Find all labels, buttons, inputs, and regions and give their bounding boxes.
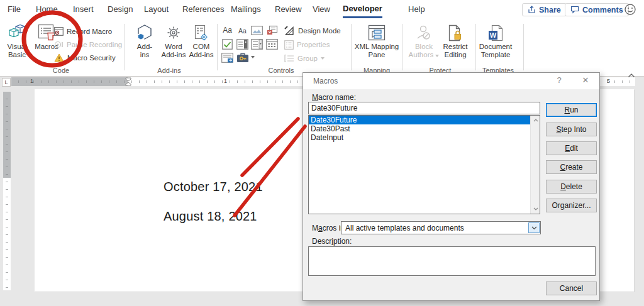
ruler-ticks <box>6 92 8 290</box>
repeating-section-content-control[interactable] <box>221 52 234 64</box>
ribbon-tab-bar: File Home Insert Design Layout Reference… <box>0 0 644 19</box>
picture-content-control[interactable] <box>250 24 264 36</box>
macro-list-scrollbar[interactable] <box>530 116 540 214</box>
dropdown-list-content-control[interactable] <box>250 38 264 50</box>
tab-file[interactable]: File <box>8 0 21 19</box>
scroll-down-button[interactable] <box>531 204 540 214</box>
block-authors-chevron-icon <box>435 55 439 57</box>
record-macro-label: Record Macro <box>67 28 112 35</box>
ribbon-divider <box>475 24 476 70</box>
dialog-help-button[interactable]: ? <box>552 75 566 87</box>
tab-home[interactable]: Home <box>36 0 58 19</box>
checkbox-content-control[interactable] <box>221 38 234 50</box>
record-macro-button[interactable]: Record Macro <box>54 26 112 37</box>
comments-label: Comments <box>582 6 623 14</box>
comment-icon <box>570 6 579 14</box>
feedback-smiley-button[interactable] <box>624 3 636 18</box>
properties-button: Properties <box>284 39 330 50</box>
tab-layout[interactable]: Layout <box>144 0 169 19</box>
tab-stop-selector[interactable]: L <box>2 78 11 87</box>
word-add-ins-button[interactable]: Word Add-ins <box>160 23 187 63</box>
dialog-close-button[interactable]: ✕ <box>579 75 592 87</box>
edit-button[interactable]: Edit <box>546 141 597 155</box>
macros-in-value: All active templates and documents <box>345 224 464 232</box>
rich-text-content-control[interactable]: Aa <box>221 24 234 36</box>
ribbon-divider <box>402 24 403 70</box>
com-add-ins-button[interactable]: COM Add-ins <box>187 23 215 63</box>
legacy-tools-button[interactable] <box>236 52 249 64</box>
restrict-editing-label: Restrict <box>443 43 468 51</box>
create-button[interactable]: Create <box>546 160 597 174</box>
combo-box-content-control[interactable] <box>236 38 249 50</box>
pause-recording-button: Pause Recording <box>54 39 122 50</box>
tab-developer[interactable]: Developer <box>343 0 382 18</box>
macros-icon <box>37 23 56 43</box>
macros-in-dropdown[interactable]: All active templates and documents <box>341 221 541 234</box>
xml-mapping-pane-button[interactable]: XML Mapping Pane <box>356 23 397 63</box>
word-add-ins-gear-icon <box>165 23 182 43</box>
tab-insert[interactable]: Insert <box>73 0 94 19</box>
macro-list-item[interactable]: Date30Past <box>309 124 540 133</box>
dialog-titlebar: Macros ? ✕ <box>303 73 599 89</box>
tab-review[interactable]: Review <box>275 0 302 19</box>
add-ins-button[interactable]: Add- ins <box>130 23 160 63</box>
comments-button[interactable]: Comments <box>565 3 629 16</box>
cancel-button[interactable]: Cancel <box>546 281 597 295</box>
description-box[interactable] <box>308 246 596 276</box>
chevron-down-icon <box>531 226 537 230</box>
share-button[interactable]: Share <box>522 3 567 16</box>
legacy-tools-dropdown-chevron-icon[interactable] <box>251 56 255 58</box>
restrict-editing-button[interactable]: Restrict Editing <box>440 23 470 63</box>
description-label: Description: <box>312 237 352 246</box>
group-label-controls: Controls <box>269 67 294 74</box>
share-icon <box>528 6 536 14</box>
restrict-editing-icon <box>448 23 462 43</box>
macros-dialog: Macros ? ✕ Macro name: Date30Future Date… <box>303 72 600 301</box>
tab-design[interactable]: Design <box>108 0 133 19</box>
block-authors-label: Block <box>415 43 433 51</box>
date-picker-content-control[interactable] <box>265 38 279 50</box>
design-mode-label: Design Mode <box>298 27 341 35</box>
visual-basic-label: Visual <box>7 43 26 51</box>
group-icon <box>284 54 294 63</box>
repeating-section-icon <box>221 53 233 63</box>
plain-text-content-control[interactable]: Aa <box>236 25 249 37</box>
delete-button[interactable]: Delete <box>546 180 597 194</box>
scroll-up-button[interactable] <box>531 116 540 125</box>
macro-security-icon <box>54 53 64 62</box>
dropdown-list-icon <box>251 39 263 50</box>
macro-name-input[interactable] <box>308 102 540 114</box>
design-mode-button[interactable]: Design Mode <box>284 25 341 36</box>
dialog-title: Macros <box>313 77 338 85</box>
run-button[interactable]: Run <box>546 103 597 117</box>
visual-basic-icon <box>8 23 26 43</box>
document-template-label: Document <box>479 43 512 51</box>
tab-references[interactable]: References <box>182 0 224 19</box>
document-paragraph: August 18, 2021 <box>164 209 257 224</box>
document-template-button[interactable]: W Document Template <box>479 23 512 63</box>
macro-list-item[interactable]: Date30Future <box>309 116 540 124</box>
tab-mailings[interactable]: Mailings <box>231 0 261 19</box>
xml-mapping-icon <box>368 23 386 43</box>
macro-security-button[interactable]: Macro Security <box>54 52 116 63</box>
macro-list[interactable]: Date30Future Date30Past DateInput <box>308 115 540 214</box>
date-picker-icon <box>266 39 278 50</box>
tab-help[interactable]: Help <box>408 0 425 19</box>
vertical-ruler <box>3 92 11 290</box>
add-ins-label: Add- <box>137 43 152 51</box>
group-dropdown-chevron-icon <box>321 57 325 60</box>
collapse-ribbon-button[interactable] <box>628 69 635 80</box>
macro-name-label: Macro name: <box>312 93 356 102</box>
block-authors-button: Block Authors <box>408 23 440 63</box>
macro-list-item[interactable]: DateInput <box>309 133 540 142</box>
tab-view[interactable]: View <box>313 0 330 19</box>
visual-basic-button[interactable]: Visual Basic <box>3 23 31 63</box>
dropdown-open-button[interactable] <box>528 222 540 233</box>
properties-label: Properties <box>297 41 330 48</box>
step-into-button[interactable]: Step Into <box>546 123 597 136</box>
indent-markers-icon[interactable] <box>125 77 131 86</box>
organizer-button[interactable]: Organizer... <box>546 199 597 212</box>
building-block-gallery-control[interactable] <box>265 24 279 36</box>
record-macro-icon <box>54 27 64 36</box>
svg-text:W: W <box>490 31 497 39</box>
